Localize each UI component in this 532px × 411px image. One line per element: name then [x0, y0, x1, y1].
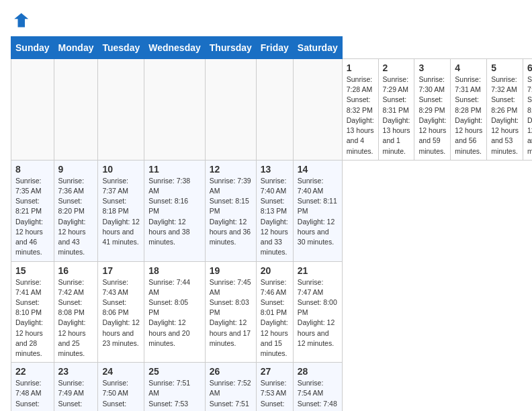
- day-number: 9: [58, 164, 94, 175]
- calendar-table: SundayMondayTuesdayWednesdayThursdayFrid…: [11, 36, 532, 411]
- day-number: 22: [15, 366, 50, 377]
- calendar-day-cell: 28Sunrise: 7:54 AMSunset: 7:48 PMDayligh…: [293, 363, 342, 411]
- day-number: 23: [58, 366, 94, 377]
- day-header-tuesday: Tuesday: [98, 37, 144, 59]
- calendar-day-cell: 22Sunrise: 7:48 AMSunset: 7:58 PMDayligh…: [11, 363, 54, 411]
- day-number: 26: [210, 366, 252, 377]
- calendar-day-cell: 8Sunrise: 7:35 AMSunset: 8:21 PMDaylight…: [11, 160, 54, 261]
- day-number: 18: [148, 265, 201, 276]
- day-header-friday: Friday: [256, 37, 293, 59]
- day-info: Sunrise: 7:40 AMSunset: 8:13 PMDaylight:…: [261, 177, 288, 257]
- day-number: 10: [102, 164, 140, 175]
- day-number: 5: [491, 62, 519, 73]
- day-number: 19: [210, 265, 252, 276]
- calendar-empty-cell: [256, 59, 293, 161]
- calendar-body: 1Sunrise: 7:28 AMSunset: 8:32 PMDaylight…: [11, 59, 533, 412]
- day-info: Sunrise: 7:47 AMSunset: 8:00 PMDaylight:…: [298, 278, 337, 347]
- day-number: 21: [298, 265, 338, 276]
- calendar-day-cell: 4Sunrise: 7:31 AMSunset: 8:28 PMDaylight…: [451, 59, 487, 161]
- calendar-day-cell: 25Sunrise: 7:51 AMSunset: 7:53 PMDayligh…: [144, 363, 206, 411]
- calendar-empty-cell: [11, 59, 54, 161]
- day-info: Sunrise: 7:33 AMSunset: 8:24 PMDaylight:…: [527, 75, 532, 155]
- calendar-day-cell: 3Sunrise: 7:30 AMSunset: 8:29 PMDaylight…: [414, 59, 451, 161]
- page-header: [11, 11, 521, 30]
- calendar-day-cell: 23Sunrise: 7:49 AMSunset: 7:56 PMDayligh…: [54, 363, 98, 411]
- calendar-day-cell: 5Sunrise: 7:32 AMSunset: 8:26 PMDaylight…: [487, 59, 523, 161]
- calendar-empty-cell: [205, 59, 256, 161]
- calendar-empty-cell: [144, 59, 206, 161]
- calendar-day-cell: 20Sunrise: 7:46 AMSunset: 8:01 PMDayligh…: [256, 261, 293, 363]
- day-info: Sunrise: 7:36 AMSunset: 8:20 PMDaylight:…: [58, 177, 86, 257]
- day-info: Sunrise: 7:53 AMSunset: 7:50 PMDaylight:…: [261, 379, 288, 411]
- logo: [11, 11, 35, 30]
- day-info: Sunrise: 7:54 AMSunset: 7:48 PMDaylight:…: [298, 379, 337, 411]
- calendar-day-cell: 16Sunrise: 7:42 AMSunset: 8:08 PMDayligh…: [54, 261, 98, 363]
- calendar-day-cell: 14Sunrise: 7:40 AMSunset: 8:11 PMDayligh…: [293, 160, 342, 261]
- calendar-week-3: 15Sunrise: 7:41 AMSunset: 8:10 PMDayligh…: [11, 261, 533, 363]
- day-info: Sunrise: 7:52 AMSunset: 7:51 PMDaylight:…: [210, 379, 251, 411]
- calendar-day-cell: 13Sunrise: 7:40 AMSunset: 8:13 PMDayligh…: [256, 160, 293, 261]
- day-number: 17: [102, 265, 140, 276]
- calendar-day-cell: 1Sunrise: 7:28 AMSunset: 8:32 PMDaylight…: [342, 59, 378, 161]
- calendar-week-2: 8Sunrise: 7:35 AMSunset: 8:21 PMDaylight…: [11, 160, 533, 261]
- day-info: Sunrise: 7:43 AMSunset: 8:06 PMDaylight:…: [102, 278, 139, 347]
- day-info: Sunrise: 7:30 AMSunset: 8:29 PMDaylight:…: [418, 75, 446, 155]
- day-number: 28: [298, 366, 338, 377]
- day-number: 16: [58, 265, 94, 276]
- day-header-saturday: Saturday: [293, 37, 342, 59]
- calendar-day-cell: 10Sunrise: 7:37 AMSunset: 8:18 PMDayligh…: [98, 160, 144, 261]
- day-number: 1: [347, 62, 374, 73]
- calendar-header-row: SundayMondayTuesdayWednesdayThursdayFrid…: [11, 37, 533, 59]
- day-number: 4: [455, 62, 482, 73]
- calendar-day-cell: 24Sunrise: 7:50 AMSunset: 7:55 PMDayligh…: [98, 363, 144, 411]
- day-header-monday: Monday: [54, 37, 98, 59]
- day-info: Sunrise: 7:41 AMSunset: 8:10 PMDaylight:…: [15, 278, 43, 358]
- day-number: 14: [298, 164, 338, 175]
- day-info: Sunrise: 7:45 AMSunset: 8:03 PMDaylight:…: [210, 278, 251, 347]
- day-number: 11: [148, 164, 201, 175]
- logo-icon: [11, 11, 30, 30]
- day-number: 15: [15, 265, 50, 276]
- svg-marker-0: [14, 13, 28, 28]
- calendar-week-4: 22Sunrise: 7:48 AMSunset: 7:58 PMDayligh…: [11, 363, 533, 411]
- day-header-sunday: Sunday: [11, 37, 54, 59]
- day-number: 6: [527, 62, 532, 73]
- day-info: Sunrise: 7:28 AMSunset: 8:32 PMDaylight:…: [347, 75, 374, 155]
- calendar-day-cell: 6Sunrise: 7:33 AMSunset: 8:24 PMDaylight…: [523, 59, 532, 161]
- day-info: Sunrise: 7:37 AMSunset: 8:18 PMDaylight:…: [102, 177, 139, 246]
- day-number: 3: [418, 62, 446, 73]
- day-info: Sunrise: 7:39 AMSunset: 8:15 PMDaylight:…: [210, 177, 251, 246]
- calendar-day-cell: 27Sunrise: 7:53 AMSunset: 7:50 PMDayligh…: [256, 363, 293, 411]
- day-info: Sunrise: 7:38 AMSunset: 8:16 PMDaylight:…: [148, 177, 190, 246]
- calendar-empty-cell: [293, 59, 342, 161]
- calendar-day-cell: 21Sunrise: 7:47 AMSunset: 8:00 PMDayligh…: [293, 261, 342, 363]
- day-info: Sunrise: 7:35 AMSunset: 8:21 PMDaylight:…: [15, 177, 43, 257]
- day-number: 8: [15, 164, 50, 175]
- day-info: Sunrise: 7:46 AMSunset: 8:01 PMDaylight:…: [261, 278, 288, 358]
- calendar-day-cell: 18Sunrise: 7:44 AMSunset: 8:05 PMDayligh…: [144, 261, 206, 363]
- day-info: Sunrise: 7:40 AMSunset: 8:11 PMDaylight:…: [298, 177, 337, 246]
- day-number: 13: [261, 164, 289, 175]
- day-number: 24: [102, 366, 140, 377]
- calendar-day-cell: 17Sunrise: 7:43 AMSunset: 8:06 PMDayligh…: [98, 261, 144, 363]
- calendar-day-cell: 11Sunrise: 7:38 AMSunset: 8:16 PMDayligh…: [144, 160, 206, 261]
- calendar-day-cell: 19Sunrise: 7:45 AMSunset: 8:03 PMDayligh…: [205, 261, 256, 363]
- day-number: 25: [148, 366, 201, 377]
- calendar-week-1: 1Sunrise: 7:28 AMSunset: 8:32 PMDaylight…: [11, 59, 533, 161]
- calendar-day-cell: 12Sunrise: 7:39 AMSunset: 8:15 PMDayligh…: [205, 160, 256, 261]
- calendar-empty-cell: [54, 59, 98, 161]
- day-number: 2: [383, 62, 410, 73]
- day-info: Sunrise: 7:29 AMSunset: 8:31 PMDaylight:…: [383, 75, 410, 155]
- day-info: Sunrise: 7:50 AMSunset: 7:55 PMDaylight:…: [102, 379, 139, 411]
- calendar-day-cell: 2Sunrise: 7:29 AMSunset: 8:31 PMDaylight…: [378, 59, 414, 161]
- calendar-day-cell: 15Sunrise: 7:41 AMSunset: 8:10 PMDayligh…: [11, 261, 54, 363]
- day-header-wednesday: Wednesday: [144, 37, 206, 59]
- day-info: Sunrise: 7:42 AMSunset: 8:08 PMDaylight:…: [58, 278, 86, 358]
- day-info: Sunrise: 7:32 AMSunset: 8:26 PMDaylight:…: [491, 75, 519, 155]
- day-info: Sunrise: 7:31 AMSunset: 8:28 PMDaylight:…: [455, 75, 482, 155]
- day-number: 20: [261, 265, 289, 276]
- day-number: 27: [261, 366, 289, 377]
- calendar-day-cell: 26Sunrise: 7:52 AMSunset: 7:51 PMDayligh…: [205, 363, 256, 411]
- day-info: Sunrise: 7:49 AMSunset: 7:56 PMDaylight:…: [58, 379, 86, 411]
- day-info: Sunrise: 7:44 AMSunset: 8:05 PMDaylight:…: [148, 278, 190, 347]
